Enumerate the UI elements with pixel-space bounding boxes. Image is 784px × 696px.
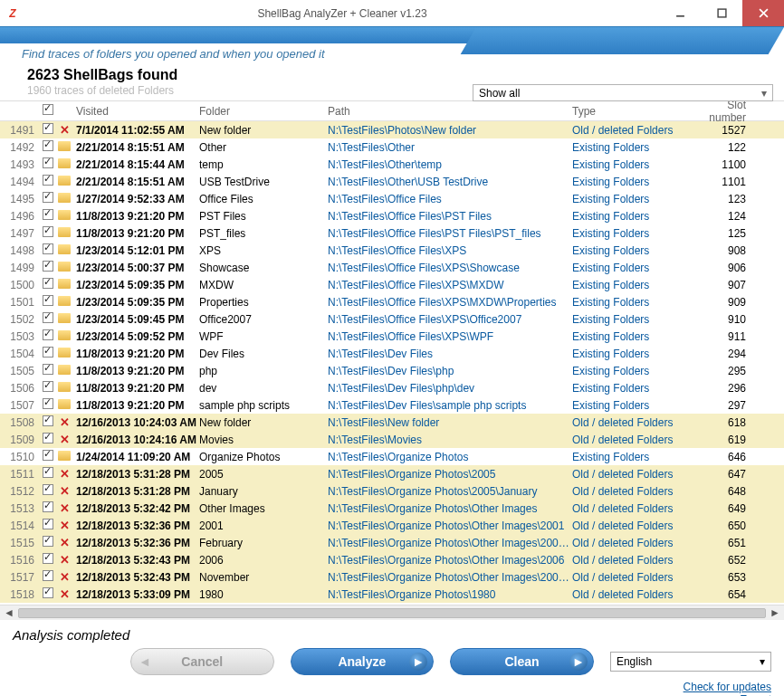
close-button[interactable] xyxy=(742,0,784,26)
column-folder[interactable]: Folder xyxy=(199,105,328,118)
table-row[interactable]: 14951/27/2014 9:52:33 AMOffice FilesN:\T… xyxy=(0,190,784,207)
cell-type: Existing Folders xyxy=(572,244,688,257)
cell-slot: 619 xyxy=(688,434,755,446)
row-checkbox[interactable] xyxy=(43,415,53,426)
table-row[interactable]: 15101/24/2014 11:09:20 AMOrganize Photos… xyxy=(0,448,784,465)
row-checkbox[interactable] xyxy=(43,450,53,461)
table-row[interactable]: 1491✕7/1/2014 11:02:55 AMNew folderN:\Te… xyxy=(0,121,784,138)
row-checkbox[interactable] xyxy=(43,226,53,237)
clean-button[interactable]: Clean ► xyxy=(450,648,594,675)
column-type[interactable]: Type xyxy=(572,105,688,118)
row-checkbox[interactable] xyxy=(43,536,53,547)
column-visited[interactable]: Visited xyxy=(72,105,199,118)
row-checkbox[interactable] xyxy=(43,519,53,529)
table-row[interactable]: 14981/23/2014 5:12:01 PMXPSN:\TestFiles\… xyxy=(0,242,784,259)
table-row[interactable]: 15011/23/2014 5:09:35 PMPropertiesN:\Tes… xyxy=(0,293,784,310)
cell-folder: Other Images xyxy=(199,502,328,515)
row-checkbox[interactable] xyxy=(43,329,53,340)
row-checkbox[interactable] xyxy=(43,433,53,443)
cell-visited: 2/21/2014 8:15:44 AM xyxy=(72,158,199,171)
column-path[interactable]: Path xyxy=(328,105,572,118)
row-index: 1513 xyxy=(5,502,40,515)
row-checkbox[interactable] xyxy=(43,261,53,272)
row-checkbox[interactable] xyxy=(43,312,53,323)
cell-folder: Showcase xyxy=(199,262,328,274)
table-row[interactable]: 14922/21/2014 8:15:51 AMOtherN:\TestFile… xyxy=(0,138,784,156)
table-row[interactable]: 150611/8/2013 9:21:20 PMdevN:\TestFiles\… xyxy=(0,379,784,396)
select-all-checkbox[interactable] xyxy=(43,104,53,115)
row-checkbox[interactable] xyxy=(43,501,53,512)
row-checkbox[interactable] xyxy=(43,587,53,598)
row-checkbox[interactable] xyxy=(43,175,53,186)
cell-folder: February xyxy=(199,537,328,549)
cell-slot: 651 xyxy=(688,537,755,549)
scrollbar-thumb[interactable] xyxy=(18,608,766,618)
cell-slot: 911 xyxy=(688,330,755,343)
table-row[interactable]: 14942/21/2014 8:15:51 AMUSB TestDriveN:\… xyxy=(0,173,784,190)
row-checkbox[interactable] xyxy=(43,381,53,392)
row-checkbox[interactable] xyxy=(43,278,53,289)
table-row[interactable]: 1509✕12/16/2013 10:24:16 AMMoviesN:\Test… xyxy=(0,431,784,448)
cell-visited: 11/8/2013 9:21:20 PM xyxy=(72,399,199,412)
cell-type: Old / deleted Folders xyxy=(572,554,688,567)
table-row[interactable]: 15031/23/2014 5:09:52 PMWPFN:\TestFiles\… xyxy=(0,328,784,345)
row-checkbox[interactable] xyxy=(43,398,53,409)
cell-path: N:\TestFiles\Organize Photos\2005\Januar… xyxy=(328,485,572,498)
table-row[interactable]: 1511✕12/18/2013 5:31:28 PM2005N:\TestFil… xyxy=(0,465,784,482)
folder-icon xyxy=(56,193,72,205)
table-row[interactable]: 149711/8/2013 9:21:20 PMPST_filesN:\Test… xyxy=(0,224,784,242)
table-row[interactable]: 14991/23/2014 5:00:37 PMShowcaseN:\TestF… xyxy=(0,259,784,276)
maximize-button[interactable] xyxy=(701,0,742,26)
row-checkbox[interactable] xyxy=(43,123,53,134)
scroll-left-icon[interactable]: ◄ xyxy=(2,606,16,619)
cell-folder: Organize Photos xyxy=(199,451,328,463)
table-row[interactable]: 15001/23/2014 5:09:35 PMMXDWN:\TestFiles… xyxy=(0,276,784,293)
table-row[interactable]: 14932/21/2014 8:15:44 AMtempN:\TestFiles… xyxy=(0,156,784,173)
table-row[interactable]: 150411/8/2013 9:21:20 PMDev FilesN:\Test… xyxy=(0,345,784,362)
row-checkbox[interactable] xyxy=(43,484,53,495)
table-row[interactable]: 1512✕12/18/2013 5:31:28 PMJanuaryN:\Test… xyxy=(0,482,784,500)
table-row[interactable]: 1515✕12/18/2013 5:32:36 PMFebruaryN:\Tes… xyxy=(0,534,784,551)
check-updates-link[interactable]: Check for updates xyxy=(684,681,771,693)
cancel-button[interactable]: ◄ Cancel xyxy=(130,648,274,675)
table-row[interactable]: 1516✕12/18/2013 5:32:43 PM2006N:\TestFil… xyxy=(0,551,784,568)
table-body[interactable]: 1491✕7/1/2014 11:02:55 AMNew folderN:\Te… xyxy=(0,121,784,605)
analyze-button[interactable]: Analyze ► xyxy=(291,648,435,675)
deleted-icon: ✕ xyxy=(56,124,72,137)
row-checkbox[interactable] xyxy=(43,295,53,306)
folder-icon xyxy=(56,244,72,257)
row-checkbox[interactable] xyxy=(43,347,53,358)
row-checkbox[interactable] xyxy=(43,157,53,168)
cell-slot: 296 xyxy=(688,382,755,395)
table-row[interactable]: 150711/8/2013 9:21:20 PMsample php scrip… xyxy=(0,396,784,414)
footer: Analysis completed ◄ Cancel Analyze ► Cl… xyxy=(0,620,784,696)
minimize-button[interactable] xyxy=(659,0,701,26)
table-row[interactable]: 1517✕12/18/2013 5:32:43 PMNovemberN:\Tes… xyxy=(0,568,784,586)
language-dropdown[interactable]: English ▾ xyxy=(610,652,771,672)
scroll-right-icon[interactable]: ► xyxy=(768,606,782,619)
cell-path: N:\TestFiles\Dev Files\php\dev xyxy=(328,382,572,395)
row-checkbox[interactable] xyxy=(43,243,53,254)
deleted-icon: ✕ xyxy=(56,485,72,498)
cell-visited: 12/18/2013 5:32:42 PM xyxy=(72,502,199,515)
table-row[interactable]: 149611/8/2013 9:21:20 PMPST FilesN:\Test… xyxy=(0,207,784,224)
row-checkbox[interactable] xyxy=(43,553,53,564)
row-checkbox[interactable] xyxy=(43,570,53,581)
row-checkbox[interactable] xyxy=(43,140,53,151)
row-checkbox[interactable] xyxy=(43,209,53,220)
table-row[interactable]: 150511/8/2013 9:21:20 PMphpN:\TestFiles\… xyxy=(0,362,784,379)
cell-visited: 12/18/2013 5:31:28 PM xyxy=(72,485,199,498)
horizontal-scrollbar[interactable]: ◄ ► xyxy=(0,605,784,620)
table-row[interactable]: 15021/23/2014 5:09:45 PMOffice2007N:\Tes… xyxy=(0,310,784,328)
table-row[interactable]: 1514✕12/18/2013 5:32:36 PM2001N:\TestFil… xyxy=(0,517,784,534)
column-slot[interactable]: Slot number xyxy=(688,101,755,124)
row-checkbox[interactable] xyxy=(43,364,53,375)
table-row[interactable]: 1518✕12/18/2013 5:33:09 PM1980N:\TestFil… xyxy=(0,586,784,603)
table-row[interactable]: 1508✕12/16/2013 10:24:03 AMNew folderN:\… xyxy=(0,414,784,431)
row-checkbox[interactable] xyxy=(43,192,53,203)
row-checkbox[interactable] xyxy=(43,467,53,478)
table-row[interactable]: 1513✕12/18/2013 5:32:42 PMOther ImagesN:… xyxy=(0,500,784,517)
deleted-icon: ✕ xyxy=(56,468,72,481)
filter-dropdown[interactable]: Show all ▾ xyxy=(473,84,773,101)
cell-visited: 2/21/2014 8:15:51 AM xyxy=(72,176,199,188)
